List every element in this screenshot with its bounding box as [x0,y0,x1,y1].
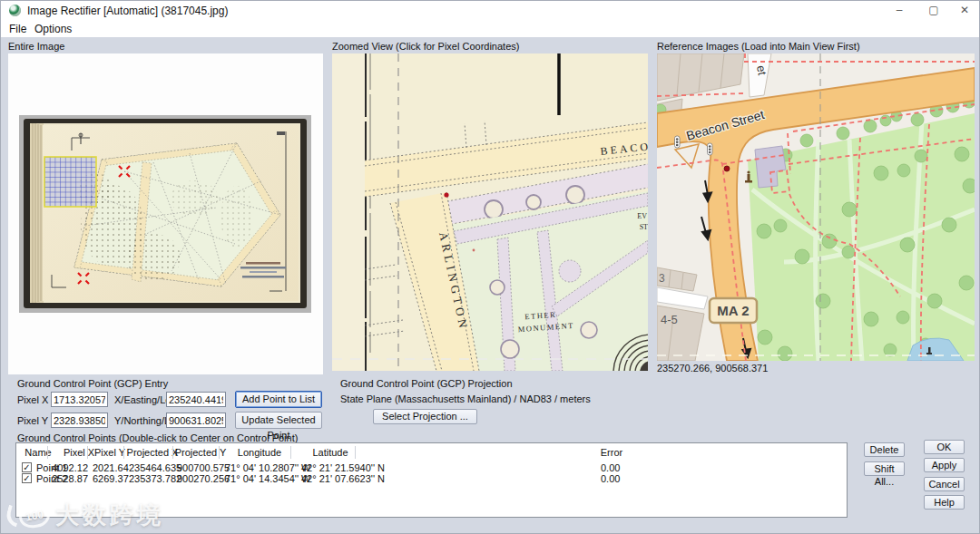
col-projected-x[interactable]: Projected X [127,447,179,458]
reference-images-label: Reference Images (Load into Main View Fi… [657,41,860,52]
apply-button[interactable]: Apply [924,458,965,472]
cancel-button[interactable]: Cancel [924,477,965,491]
gcp-pixel-y: 6269.37 [93,473,122,484]
gcp-table[interactable]: Name Pixel X Pixel Y Projected X Project… [15,442,848,518]
block-45-label: 4-5 [661,313,678,326]
close-icon[interactable]: ✕ [950,1,979,20]
shift-all-button[interactable]: Shift All... [864,461,905,476]
gcp-projection-title: Ground Control Point (GCP) Projection [340,378,513,389]
pixel-y-label: Pixel Y [17,415,48,426]
svg-text:MA 2: MA 2 [717,303,749,318]
row-checkbox[interactable] [22,462,32,472]
entire-image-view[interactable] [8,53,323,374]
col-longitude[interactable]: Longitude [238,447,281,458]
col-error[interactable]: Error [601,447,622,458]
route-shield-ma2: MA 2 [710,298,757,323]
gcp-entry-title: Ground Control Point (GCP) Entry [17,378,168,389]
gcp-projected-x: 235464.635 [129,462,171,473]
minimize-icon[interactable]: – [885,1,914,20]
pixel-x-label: Pixel X [17,394,48,405]
gcp-longitude: 71° 04' 10.2807'' W [225,462,310,473]
gcp-latitude: 42° 21' 21.5940'' N [301,462,385,473]
reference-image-view[interactable]: Beacon Street et 3 4-5 MA 2 [657,53,975,361]
app-window: Image Rectifier [Automatic] (3817045.jpg… [0,0,980,534]
row-checkbox[interactable] [22,473,32,483]
select-projection-button[interactable]: Select Projection ... [373,409,477,424]
zoomed-view-canvas: BEACO ARLINGTON ETHER MONUMENT EV ST [332,53,648,371]
gcp-pixel-y: 2021.64 [93,462,122,473]
menu-options[interactable]: Options [31,22,75,36]
reference-coordinates-readout: 235270.266, 900568.371 [657,363,768,374]
maximize-icon[interactable]: ▢ [919,1,948,20]
gcp-pixel-x: 4092.12 [49,462,88,473]
add-point-button[interactable]: Add Point to List [235,391,322,408]
menu-bar: File Options [1,20,980,37]
reference-map-canvas: Beacon Street et 3 4-5 MA 2 [657,53,975,361]
easting-input[interactable] [166,392,226,407]
app-icon [9,5,21,16]
gcp-projected-y: 900700.575 [177,462,218,473]
gcp-error: 0.00 [601,462,620,473]
northing-input[interactable] [166,413,226,428]
gcp-longitude: 71° 04' 14.3454'' W [225,473,310,484]
block-3-label: 3 [659,272,665,285]
ev-label: EV [637,212,647,220]
entire-image-canvas [8,53,323,374]
table-row[interactable]: Point 1 4092.12 2021.64 235464.635 90070… [16,462,847,473]
delete-button[interactable]: Delete [864,442,905,457]
col-pixel-y[interactable]: Pixel Y [94,447,125,458]
gcp-pixel-x: 2528.87 [49,473,88,484]
col-latitude[interactable]: Latitude [312,447,348,458]
gcp-projection-value: State Plane (Massachusetts Mainland) / N… [340,393,591,404]
window-title: Image Rectifier [Automatic] (3817045.jpg… [27,5,228,17]
help-button[interactable]: Help [924,495,965,510]
gcp-error: 0.00 [601,473,620,484]
pixel-y-input[interactable] [51,413,108,428]
grid-overlay [44,157,96,207]
pixel-x-input[interactable] [51,392,108,407]
gcp-projected-x: 235373.782 [129,473,171,484]
st-label: ST [640,223,648,231]
ok-button[interactable]: OK [924,440,965,454]
control-point-dot [724,166,730,171]
table-row[interactable]: Point 2 2528.87 6269.37 235373.782 90027… [16,473,847,484]
control-point-dot [444,192,448,197]
update-point-button[interactable]: Update Selected Point [235,412,322,429]
menu-file[interactable]: File [5,22,30,36]
entire-image-label: Entire Image [8,41,64,52]
col-pixel-x[interactable]: Pixel X [64,447,94,458]
zoomed-view[interactable]: BEACO ARLINGTON ETHER MONUMENT EV ST [332,53,648,371]
zoomed-view-label: Zoomed View (Click for Pixel Coordinates… [332,41,519,52]
gcp-latitude: 42° 21' 07.6623'' N [301,473,385,484]
title-bar: Image Rectifier [Automatic] (3817045.jpg… [1,1,980,20]
gcp-projected-y: 900270.256 [177,473,218,484]
